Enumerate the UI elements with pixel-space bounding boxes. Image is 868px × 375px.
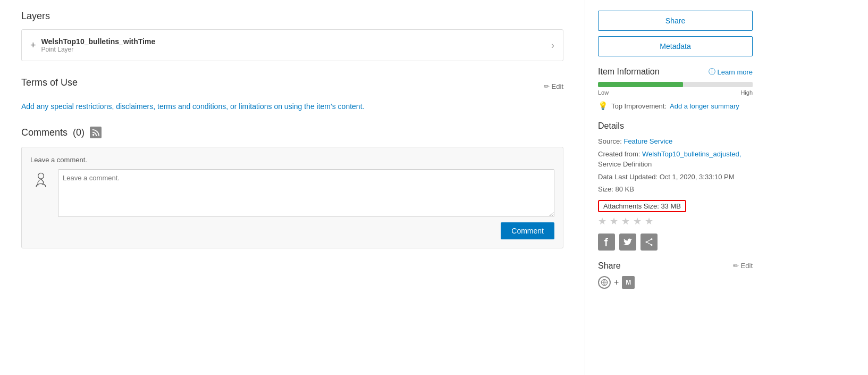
share-pencil-icon: ✏ [733, 262, 739, 270]
comment-box: Leave a comment. Comment [21, 147, 563, 248]
metadata-button[interactable]: Metadata [598, 36, 753, 56]
help-circle-icon: ⓘ [709, 67, 715, 77]
svg-line-5 [646, 239, 652, 242]
details-updated-row: Data Last Updated: Oct 1, 2020, 3:33:10 … [598, 172, 753, 182]
chevron-right-icon: › [551, 40, 554, 51]
globe-icon[interactable] [598, 276, 611, 289]
leave-comment-text: Leave a comment. [30, 156, 87, 164]
comment-input-row [30, 169, 554, 217]
layer-type: Point Layer [41, 46, 156, 53]
plus-symbol: + [614, 278, 619, 287]
layer-left: + WelshTop10_bulletins_withTime Point La… [30, 37, 155, 53]
svg-line-6 [646, 242, 652, 245]
progress-bar-fill [598, 82, 683, 87]
details-source-row: Source: Feature Service [598, 136, 753, 147]
top-improvement-link[interactable]: Add a longer summary [670, 102, 739, 110]
progress-labels: Low High [598, 89, 753, 96]
share-section-header: Share ✏ Edit [598, 261, 753, 271]
layer-name: WelshTop10_bulletins_withTime [41, 37, 156, 46]
share-edit-button[interactable]: ✏ Edit [733, 262, 753, 270]
low-label: Low [598, 89, 609, 96]
comment-textarea[interactable] [58, 169, 554, 217]
facebook-button[interactable] [598, 234, 615, 251]
item-info-title: Item Information [598, 67, 660, 77]
m-badge: M [622, 276, 635, 289]
details-created-from-row: Created from: WelshTop10_bulletins_adjus… [598, 149, 753, 170]
layer-plus-icon: + [30, 40, 36, 51]
comments-header: Comments (0) [21, 127, 563, 138]
terms-link[interactable]: Add any special restrictions, disclaimer… [21, 102, 563, 111]
share-section-title: Share [598, 261, 621, 271]
created-from-label: Created from: [598, 150, 640, 158]
star-3[interactable]: ★ [621, 216, 631, 226]
top-improvement-label: Top Improvement: [611, 102, 667, 110]
comments-title: Comments [21, 127, 68, 138]
source-label: Source: [598, 137, 622, 145]
bulb-icon: 💡 [598, 101, 608, 111]
comment-footer: Comment [30, 222, 554, 239]
user-avatar [30, 169, 52, 190]
right-sidebar: Share Metadata Item Information ⓘ Learn … [585, 0, 765, 375]
star-1[interactable]: ★ [598, 216, 608, 226]
star-5[interactable]: ★ [645, 216, 654, 226]
details-size-row: Size: 80 KB [598, 184, 753, 195]
comment-button[interactable]: Comment [501, 222, 554, 239]
twitter-button[interactable] [619, 234, 636, 251]
rss-icon[interactable] [90, 127, 102, 138]
learn-more-link[interactable]: ⓘ Learn more [709, 67, 753, 77]
rating-stars[interactable]: ★ ★ ★ ★ ★ [598, 216, 753, 226]
item-info-progress-bar [598, 82, 753, 87]
leave-comment-label: Leave a comment. [30, 156, 554, 164]
attachments-badge: Attachments Size: 33 MB [598, 200, 686, 212]
layers-title: Layers [21, 11, 563, 22]
svg-point-0 [92, 134, 95, 136]
share-edit-label: Edit [741, 262, 753, 270]
layer-item[interactable]: + WelshTop10_bulletins_withTime Point La… [21, 29, 563, 61]
svg-point-1 [38, 173, 44, 179]
terms-edit-label: Edit [552, 82, 563, 90]
high-label: High [740, 89, 753, 96]
share-button[interactable]: Share [598, 11, 753, 31]
pencil-icon: ✏ [544, 82, 550, 90]
star-2[interactable]: ★ [610, 216, 619, 226]
created-from-link[interactable]: WelshTop10_bulletins_adjusted, [642, 150, 741, 158]
terms-header: Terms of Use ✏ Edit [21, 77, 563, 96]
social-icons-row [598, 234, 753, 251]
source-link[interactable]: Feature Service [623, 137, 672, 145]
service-definition-text: Service Definition [598, 160, 652, 168]
details-title: Details [598, 121, 753, 131]
top-improvement-row: 💡 Top Improvement: Add a longer summary [598, 101, 753, 111]
item-info-header: Item Information ⓘ Learn more [598, 67, 753, 77]
share-icons-row: + M [598, 276, 753, 289]
learn-more-label: Learn more [718, 68, 753, 76]
star-4[interactable]: ★ [633, 216, 643, 226]
share-icon-button[interactable] [641, 234, 658, 251]
comments-count: (0) [73, 127, 85, 138]
terms-title: Terms of Use [21, 77, 78, 88]
terms-edit-button[interactable]: ✏ Edit [544, 82, 563, 90]
